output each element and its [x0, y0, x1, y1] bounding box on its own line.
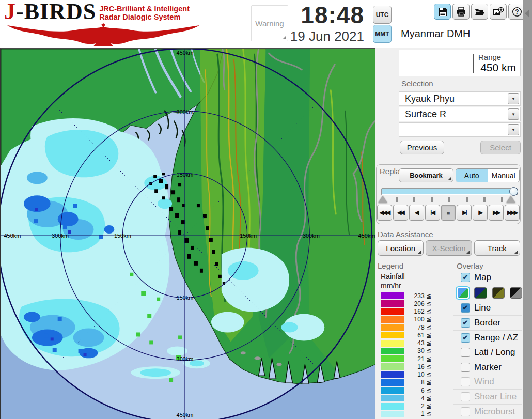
location-button[interactable]: Location [378, 240, 424, 256]
legend-color-swatch [381, 387, 404, 394]
slider-end-marker[interactable] [506, 196, 515, 203]
overlay-label: Map [474, 272, 491, 283]
ring-label: 300km [303, 232, 320, 239]
slider-tick [413, 197, 415, 202]
checkbox-line[interactable]: ✔ [461, 303, 470, 313]
open-file-button[interactable] [471, 4, 488, 20]
playback-forward-button[interactable]: ▶▶ [489, 205, 504, 221]
ring-label: 450km [177, 412, 194, 418]
selection-dropdown-1[interactable]: Kyauk Phyu▼ [399, 91, 521, 106]
overlay-row-line: ✔Line [453, 301, 522, 316]
checkbox-border[interactable]: ✔ [461, 318, 470, 328]
time-display: 18:48 [258, 2, 364, 28]
manual-button[interactable]: Manual [488, 169, 520, 182]
replay-slider[interactable] [381, 188, 518, 195]
slider-tick [396, 197, 398, 202]
legend-row: 43 ≦ [381, 339, 443, 347]
tz-button-utc[interactable]: UTC [373, 6, 392, 24]
dropdown-arrow-button[interactable]: ▼ [508, 124, 519, 135]
range-card: Range 450 km [399, 50, 521, 76]
selection-value: Kyauk Phyu [405, 94, 455, 104]
legend-value: 78 ≦ [404, 324, 431, 331]
playback-step-back-button[interactable]: ◀ [409, 205, 424, 221]
legend-row: 206 ≦ [381, 300, 443, 307]
capture-image-button[interactable] [490, 4, 507, 20]
overlay-row-map: ✔Map [453, 270, 522, 285]
top-bar: J-BIRDS JRC-Brilliant & Intelligent Rada… [0, 0, 523, 48]
station-name: Myanmar DMH [401, 28, 470, 40]
legend-value: 2 ≦ [404, 402, 431, 410]
control-panel: Range 450 km Selection Kyauk Phyu▼Surfac… [375, 48, 523, 419]
legend-scale: 233 ≦206 ≦162 ≦100 ≦78 ≦61 ≦43 ≦30 ≦21 ≦… [381, 292, 443, 418]
map-style-swatch-1[interactable] [457, 287, 469, 299]
select-button[interactable]: Select [480, 141, 521, 154]
legend-value: 1 ≦ [404, 410, 431, 417]
checkbox-lati-long[interactable] [461, 348, 470, 357]
legend-value: 162 ≦ [404, 308, 431, 315]
ring-label: 150km [114, 232, 131, 239]
legend-value: 43 ≦ [404, 339, 431, 347]
checkbox-map[interactable]: ✔ [461, 273, 470, 282]
ring-label: 300km [177, 109, 194, 115]
legend-row: 21 ≦ [381, 355, 443, 363]
map-style-swatch-2[interactable] [474, 287, 487, 299]
da-button-label: X-Section [432, 244, 465, 253]
overlay-label: Marker [474, 362, 502, 373]
selection-dropdown-2[interactable]: Surface R▼ [399, 107, 521, 121]
checkbox-range-az[interactable]: ✔ [461, 333, 470, 343]
add-image-icon [493, 7, 504, 17]
replay-slider-thumb[interactable] [509, 187, 518, 196]
eagle-icon [6, 22, 205, 46]
playback-skip-to-end-button[interactable]: ▶| [457, 205, 472, 221]
dropdown-arrow-button[interactable]: ▼ [508, 108, 519, 120]
playback-fast-forward-button[interactable]: ▶▶▶ [505, 205, 520, 221]
selection-dropdown-3[interactable]: ▼ [399, 122, 521, 137]
dropdown-arrow-button[interactable]: ▼ [508, 93, 519, 104]
collapse-panel-icon[interactable] [525, 9, 529, 18]
playback-rewind-button[interactable]: ◀◀ [393, 205, 408, 221]
overlay-row-lati-long: Lati / Long [453, 345, 522, 360]
x-section-button[interactable]: X-Section [426, 240, 472, 256]
overlay-label: Line [474, 303, 491, 313]
playback-play-button[interactable]: ▶ [473, 205, 488, 221]
playback-fast-rewind-button[interactable]: ◀◀◀ [377, 205, 392, 221]
legend-color-swatch [381, 308, 404, 315]
legend-color-swatch [381, 324, 404, 331]
legend-color-swatch [381, 348, 404, 354]
date-display: 19 Jun 2021 [258, 28, 364, 44]
legend-value: 61 ≦ [404, 332, 431, 339]
auto-button[interactable]: Auto [456, 169, 488, 182]
overlay-row-border: ✔Border [453, 315, 522, 330]
overlay-row-microburst: Microburst [453, 404, 522, 419]
print-button[interactable] [452, 4, 470, 20]
checkbox-marker[interactable] [461, 363, 470, 372]
legend-row: 162 ≦ [381, 308, 443, 316]
data-assistance-buttons: LocationX-SectionTrack [378, 240, 520, 256]
playback-stop-button[interactable]: ■ [441, 205, 456, 221]
range-value: 450 km [480, 61, 516, 74]
track-button[interactable]: Track [474, 240, 520, 256]
previous-button[interactable]: Previous [400, 141, 444, 154]
overlay-row-marker: Marker [453, 360, 522, 375]
divider [473, 54, 474, 73]
map-style-swatch-3[interactable] [492, 287, 505, 299]
slider-start-marker[interactable] [378, 196, 387, 203]
checkbox-wind [461, 377, 470, 386]
legend-color-swatch [381, 403, 404, 410]
save-button[interactable] [434, 4, 451, 20]
brand-title: J-BIRDS [4, 2, 96, 22]
legend-color-swatch [381, 340, 404, 347]
brand-subtitle: JRC-Brilliant & Intelligent Radar Dialog… [99, 5, 190, 21]
corner-menu-icon [466, 250, 470, 254]
slider-tick [501, 197, 503, 202]
playback-skip-to-start-button[interactable]: |◀ [425, 205, 440, 221]
corner-menu-icon [448, 177, 451, 180]
radar-map-area[interactable]: 450km300km150km150km300km450km450km300km… [0, 48, 375, 419]
map-style-swatch-4[interactable] [510, 287, 522, 299]
ring-label: 450km [4, 232, 21, 239]
tz-button-mmt[interactable]: MMT [373, 25, 392, 43]
bookmark-button[interactable]: Bookmark [399, 168, 453, 182]
legend-row: 30 ≦ [381, 347, 443, 355]
ring-label: 150km [177, 294, 194, 301]
legend-row: 6 ≦ [381, 386, 443, 394]
